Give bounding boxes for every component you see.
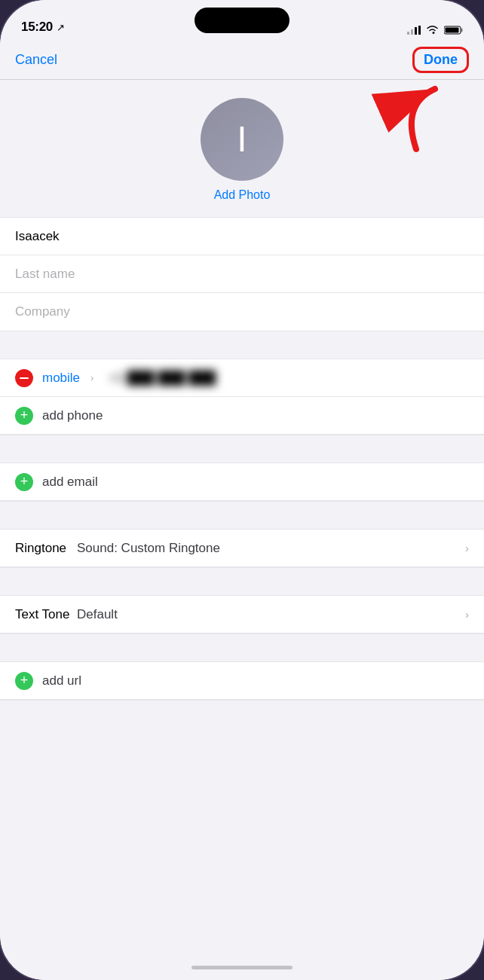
company-input[interactable] [15,304,469,319]
cancel-button[interactable]: Cancel [15,52,57,68]
name-section [0,217,484,331]
location-icon: ↗ [57,22,65,33]
status-icons [407,25,463,35]
phone-type-label[interactable]: mobile [42,371,80,386]
done-button[interactable]: Done [412,47,469,73]
add-email-row[interactable]: add email [0,463,484,501]
first-name-input[interactable] [15,229,469,244]
bottom-padding [0,701,484,716]
add-url-label: add url [42,673,81,688]
dynamic-island [195,8,289,33]
ringtone-label: Ringtone [15,541,77,556]
signal-icon [407,26,421,35]
company-row [0,293,484,331]
gap-1 [0,331,484,359]
first-name-row [0,218,484,255]
avatar-initial: I [237,121,247,157]
phone-section: mobile › +1 ███ ███ ███ add phone [0,359,484,435]
phone-row: mobile › +1 ███ ███ ███ [0,359,484,397]
add-email-button[interactable] [15,473,33,491]
gap-3 [0,502,484,529]
svg-rect-1 [411,29,413,35]
url-section: add url [0,661,484,701]
nav-bar: Cancel Done [0,41,484,80]
text-tone-value: Default [77,607,465,622]
add-phone-label: add phone [42,408,103,423]
email-section: add email [0,463,484,502]
text-tone-row[interactable]: Text Tone Default › [0,596,484,633]
screen: 15:20 ↗ [0,0,484,980]
svg-rect-0 [407,32,409,35]
ringtone-chevron-icon: › [465,542,469,554]
text-tone-section: Text Tone Default › [0,595,484,634]
remove-phone-button[interactable] [15,369,33,387]
photo-area: I Add Photo [0,80,484,217]
add-url-row[interactable]: add url [0,662,484,700]
avatar[interactable]: I [201,98,283,181]
text-tone-chevron-icon: › [465,608,469,621]
svg-rect-5 [461,28,463,32]
add-url-button[interactable] [15,672,33,690]
wifi-icon [426,25,439,35]
gap-5 [0,634,484,661]
svg-rect-2 [415,27,417,35]
gap-2 [0,435,484,463]
add-photo-button[interactable]: Add Photo [214,188,271,202]
home-indicator [0,954,484,980]
battery-icon [444,26,463,35]
svg-rect-3 [418,26,421,35]
ringtone-section: Ringtone Sound: Custom Ringtone › [0,529,484,568]
phone-type-chevron-icon: › [90,372,93,383]
add-email-label: add email [42,475,98,490]
last-name-input[interactable] [15,267,469,282]
home-bar [191,966,293,969]
ringtone-value: Sound: Custom Ringtone [77,541,465,556]
add-phone-row[interactable]: add phone [0,397,484,435]
last-name-row [0,255,484,293]
form-content: mobile › +1 ███ ███ ███ add phone add em… [0,217,484,954]
text-tone-label: Text Tone [15,607,77,622]
svg-rect-6 [446,27,459,32]
phone-frame: 15:20 ↗ [0,0,484,980]
add-phone-button[interactable] [15,407,33,425]
gap-4 [0,568,484,595]
phone-number-value: +1 ███ ███ ███ [109,371,469,386]
ringtone-row[interactable]: Ringtone Sound: Custom Ringtone › [0,530,484,567]
status-time: 15:20 [21,20,53,35]
